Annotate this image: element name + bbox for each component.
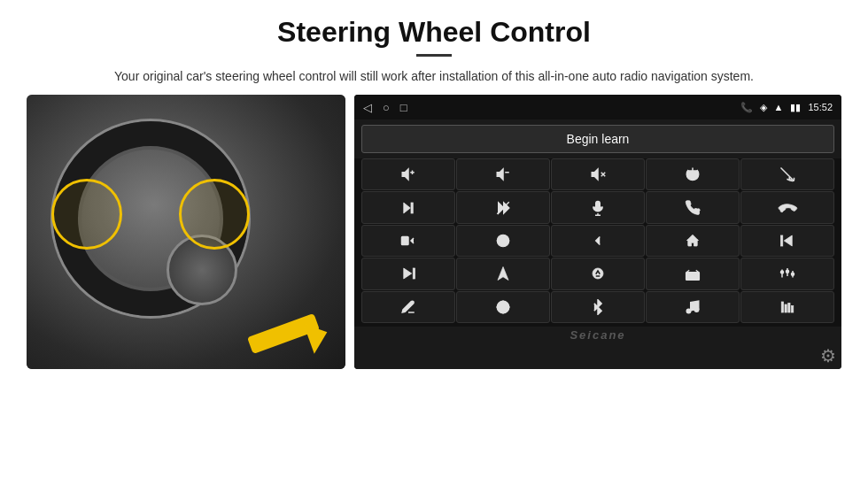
- svg-marker-9: [404, 203, 411, 213]
- page-title: Steering Wheel Control: [53, 16, 815, 49]
- svg-rect-25: [413, 268, 415, 279]
- pen-button[interactable]: [361, 291, 455, 323]
- begin-learn-row: Begin learn: [354, 119, 841, 158]
- time-display: 15:52: [808, 102, 833, 112]
- bars-button[interactable]: [740, 291, 834, 323]
- equalizer-button[interactable]: [740, 258, 834, 289]
- radio-button[interactable]: [646, 258, 740, 289]
- next-track-button[interactable]: [361, 191, 455, 223]
- svg-point-33: [694, 275, 697, 278]
- home-nav-btn[interactable]: ○: [383, 101, 390, 114]
- sw-arrow: [230, 303, 337, 356]
- android-screen: ◁ ○ □ 📞 ◈ ▲ ▮▮ 15:52 Begin learn: [354, 95, 841, 369]
- vol-down-button[interactable]: [456, 158, 550, 190]
- title-divider: [416, 54, 452, 57]
- nav-button[interactable]: [456, 258, 550, 289]
- svg-marker-5: [592, 169, 598, 180]
- wifi-icon: ▲: [774, 102, 784, 112]
- status-left: ◁ ○ □: [363, 101, 407, 114]
- svg-marker-0: [402, 169, 408, 180]
- arrow-head: [304, 317, 333, 353]
- controls-grid: 360: [354, 158, 841, 327]
- watermark-text: Seicane: [570, 328, 625, 342]
- back-btn[interactable]: [551, 225, 645, 257]
- svg-rect-50: [781, 302, 783, 312]
- music-button[interactable]: ♫: [646, 291, 740, 323]
- status-bar: ◁ ○ □ 📞 ◈ ▲ ▮▮ 15:52: [354, 95, 841, 119]
- svg-point-43: [500, 304, 506, 310]
- svg-point-41: [792, 273, 794, 276]
- home-btn[interactable]: [646, 225, 740, 257]
- svg-text:360: 360: [500, 239, 505, 242]
- svg-marker-24: [784, 235, 792, 246]
- header-section: Steering Wheel Control Your original car…: [0, 0, 868, 95]
- speaker-button[interactable]: [361, 225, 455, 257]
- svg-point-48: [686, 309, 691, 313]
- steering-wheel-image: [27, 95, 345, 369]
- rewind-button[interactable]: [740, 225, 834, 257]
- location-icon: ◈: [760, 102, 767, 113]
- content-area: ◁ ○ □ 📞 ◈ ▲ ▮▮ 15:52 Begin learn: [0, 95, 868, 485]
- bluetooth-button[interactable]: [551, 291, 645, 323]
- svg-rect-53: [792, 305, 794, 312]
- battery-icon: ▮▮: [790, 102, 801, 113]
- svg-rect-23: [781, 235, 783, 246]
- svg-point-40: [787, 271, 789, 273]
- settings-gear-icon[interactable]: ⚙: [820, 345, 836, 366]
- mic-button[interactable]: [551, 191, 645, 223]
- page-container: Steering Wheel Control Your original car…: [0, 0, 868, 485]
- hangup-button[interactable]: [740, 191, 834, 223]
- svg-rect-52: [788, 303, 790, 312]
- sw-circle-left-highlight: [51, 179, 122, 250]
- svg-marker-27: [498, 267, 508, 281]
- call-button[interactable]: [646, 191, 740, 223]
- svg-point-49: [694, 308, 699, 312]
- eject-button[interactable]: [551, 258, 645, 289]
- svg-point-39: [781, 271, 784, 273]
- svg-point-18: [404, 239, 407, 242]
- recents-nav-btn[interactable]: □: [400, 101, 407, 114]
- svg-marker-26: [404, 268, 412, 279]
- status-right: 📞 ◈ ▲ ▮▮ 15:52: [740, 102, 833, 113]
- back-nav-btn[interactable]: ◁: [363, 101, 372, 114]
- gear-row: ⚙: [354, 343, 841, 369]
- ff2-button[interactable]: [361, 258, 455, 289]
- subtitle: Your original car's steering wheel contr…: [89, 67, 779, 86]
- svg-rect-10: [411, 203, 413, 213]
- vol-up-button[interactable]: [361, 158, 455, 190]
- 360-button[interactable]: 360: [456, 225, 550, 257]
- svg-marker-3: [497, 169, 503, 180]
- power-button[interactable]: [646, 158, 740, 190]
- seicane-watermark: Seicane: [354, 327, 841, 343]
- phone-prev-button[interactable]: [740, 158, 834, 190]
- sw-circle-right-highlight: [179, 179, 250, 250]
- svg-rect-51: [785, 304, 787, 312]
- target-button[interactable]: [456, 291, 550, 323]
- phone-icon: 📞: [740, 102, 753, 113]
- ff-mute-button[interactable]: [456, 191, 550, 223]
- begin-learn-button[interactable]: Begin learn: [361, 125, 834, 153]
- mute-button[interactable]: [551, 158, 645, 190]
